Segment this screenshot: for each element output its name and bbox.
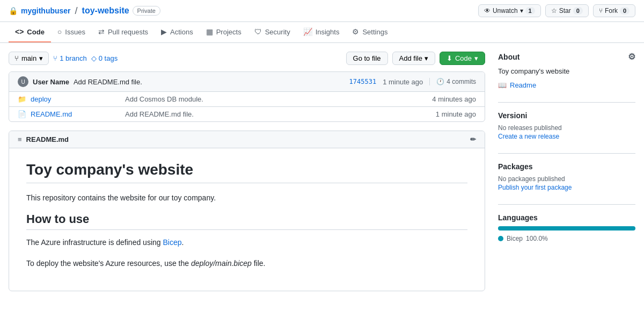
code-icon: <> [15, 27, 24, 36]
readme-icon: 📖 [498, 81, 507, 89]
file-name-link[interactable]: deploy [31, 95, 116, 103]
history-icon: 🕐 [436, 78, 444, 85]
insights-icon: 📈 [303, 27, 312, 36]
bicep-color-dot [498, 236, 503, 241]
file-time: 4 minutes ago [432, 95, 476, 103]
readme-h2: How to use [26, 212, 467, 230]
about-section: About ⚙ Toy company's website 📖 Readme [498, 52, 635, 89]
branch-selector[interactable]: ⑂ main ▾ [9, 52, 49, 65]
chevron-icon: ▾ [520, 7, 523, 15]
add-file-chevron-icon: ▾ [425, 54, 428, 62]
list-icon: ≡ [18, 135, 22, 143]
readme-p3: To deploy the website's Azure resources,… [26, 257, 467, 269]
table-row: 📁 deploy Add Cosmos DB module. 4 minutes… [9, 92, 485, 107]
releases-section: Versioni No releases published Create a … [498, 111, 635, 140]
branches-link[interactable]: ⑂ 1 branch [53, 54, 87, 62]
code-dropdown-button[interactable]: ⬇ Code ▾ [440, 52, 485, 65]
branch-count-icon: ⑂ [53, 54, 57, 62]
about-title: About ⚙ [498, 52, 635, 62]
packages-title: Packages [498, 162, 635, 171]
download-icon: ⬇ [447, 54, 452, 62]
file-table: U User Name Add README.md file. 1745531 … [9, 71, 485, 122]
commit-message: Add README.md file. [74, 78, 142, 86]
no-releases-text: No releases published [498, 124, 635, 132]
sidebar: About ⚙ Toy company's website 📖 Readme V… [498, 52, 635, 291]
nav-item-projects[interactable]: ▦ Projects [200, 22, 248, 42]
readme-p1: This repository contains the website for… [26, 192, 467, 204]
nav-item-settings[interactable]: ⚙ Settings [346, 22, 394, 42]
star-count: 0 [573, 7, 583, 15]
readme-content: Toy company's website This repository co… [9, 148, 485, 291]
bicep-link[interactable]: Bicep [163, 238, 181, 247]
sidebar-divider-1 [498, 102, 635, 103]
file-time: 1 minute ago [436, 110, 476, 118]
readme-link[interactable]: Readme [510, 81, 536, 89]
file-icon: 📄 [18, 110, 26, 118]
star-button[interactable]: ☆ Star 0 [545, 4, 589, 17]
add-file-button[interactable]: Add file ▾ [392, 52, 435, 65]
bicep-bar-segment [498, 226, 635, 231]
header: 🔒 mygithubuser / toy-website Private 👁 U… [0, 0, 644, 22]
header-actions: 👁 Unwatch ▾ 1 ☆ Star 0 ⑂ Fork 0 [478, 4, 635, 17]
sidebar-divider-2 [498, 153, 635, 154]
tags-link[interactable]: ◇ 0 tags [91, 54, 118, 62]
nav-item-actions[interactable]: ▶ Actions [155, 22, 200, 42]
eye-icon: 👁 [484, 7, 491, 15]
commits-history-link[interactable]: 🕐 4 commits [429, 78, 476, 85]
commit-header-left: U User Name Add README.md file. [18, 76, 142, 87]
unwatch-count: 1 [525, 7, 535, 15]
languages-title: Languages [498, 213, 635, 222]
language-item: Bicep 100.0% [498, 235, 635, 242]
table-row: 📄 README.md Add README.md file. 1 minute… [9, 107, 485, 121]
avatar: U [18, 76, 28, 87]
commit-header-right: 1745531 1 minute ago 🕐 4 commits [349, 78, 476, 86]
commit-author[interactable]: User Name [33, 78, 69, 86]
goto-file-button[interactable]: Go to file [346, 52, 388, 65]
gear-icon[interactable]: ⚙ [628, 52, 635, 62]
branch-bar: ⑂ main ▾ ⑂ 1 branch ◇ 0 tags Go to file [9, 52, 485, 65]
create-release-link[interactable]: Create a new release [498, 133, 635, 140]
issues-icon: ○ [57, 27, 62, 36]
pr-icon: ⇄ [98, 27, 105, 36]
file-commit-message: Add Cosmos DB module. [116, 95, 432, 103]
file-name-link[interactable]: README.md [31, 110, 116, 118]
language-bar [498, 226, 635, 231]
nav-item-insights[interactable]: 📈 Insights [297, 22, 346, 42]
lock-icon: 🔒 [9, 6, 18, 15]
commit-header: U User Name Add README.md file. 1745531 … [9, 72, 485, 92]
code-chevron-icon: ▾ [474, 54, 478, 62]
nav-item-security[interactable]: 🛡 Security [248, 22, 297, 42]
projects-icon: ▦ [206, 27, 213, 36]
nav-item-code[interactable]: <> Code [9, 22, 51, 42]
readme-p2: The Azure infrastructure is defined usin… [26, 236, 467, 248]
readme-box: ≡ README.md ✏ Toy company's website This… [9, 131, 485, 291]
nav-item-issues[interactable]: ○ Issues [51, 22, 92, 42]
commit-time: 1 minute ago [383, 78, 423, 86]
branch-bar-right: Go to file Add file ▾ ⬇ Code ▾ [346, 52, 485, 65]
fork-icon: ⑂ [599, 7, 603, 15]
edit-icon[interactable]: ✏ [470, 135, 476, 143]
file-commit-message: Add README.md file. [116, 110, 436, 118]
readme-link-row: 📖 Readme [498, 81, 635, 89]
deploy-path: deploy/main.bicep [191, 259, 252, 268]
folder-icon: 📁 [18, 95, 26, 103]
repo-separator: / [75, 5, 78, 17]
repo-owner[interactable]: mygithubuser [21, 6, 71, 15]
unwatch-button[interactable]: 👁 Unwatch ▾ 1 [478, 4, 541, 17]
main-content: ⑂ main ▾ ⑂ 1 branch ◇ 0 tags Go to file [0, 43, 644, 291]
releases-title: Versioni [498, 111, 635, 120]
star-icon: ☆ [551, 7, 557, 15]
branch-bar-left: ⑂ main ▾ ⑂ 1 branch ◇ 0 tags [9, 52, 118, 65]
nav-item-pull-requests[interactable]: ⇄ Pull requests [92, 22, 155, 42]
publish-package-link[interactable]: Publish your first package [498, 184, 635, 191]
commit-sha[interactable]: 1745531 [349, 78, 377, 85]
main-nav: <> Code ○ Issues ⇄ Pull requests ▶ Actio… [0, 22, 644, 43]
actions-icon: ▶ [161, 27, 167, 36]
security-icon: 🛡 [254, 27, 262, 36]
repo-name[interactable]: toy-website [82, 6, 129, 16]
packages-section: Packages No packages published Publish y… [498, 162, 635, 191]
readme-h1: Toy company's website [26, 161, 467, 183]
content-area: ⑂ main ▾ ⑂ 1 branch ◇ 0 tags Go to file [9, 52, 485, 291]
fork-button[interactable]: ⑂ Fork 0 [593, 4, 635, 17]
fork-count: 0 [620, 7, 630, 15]
